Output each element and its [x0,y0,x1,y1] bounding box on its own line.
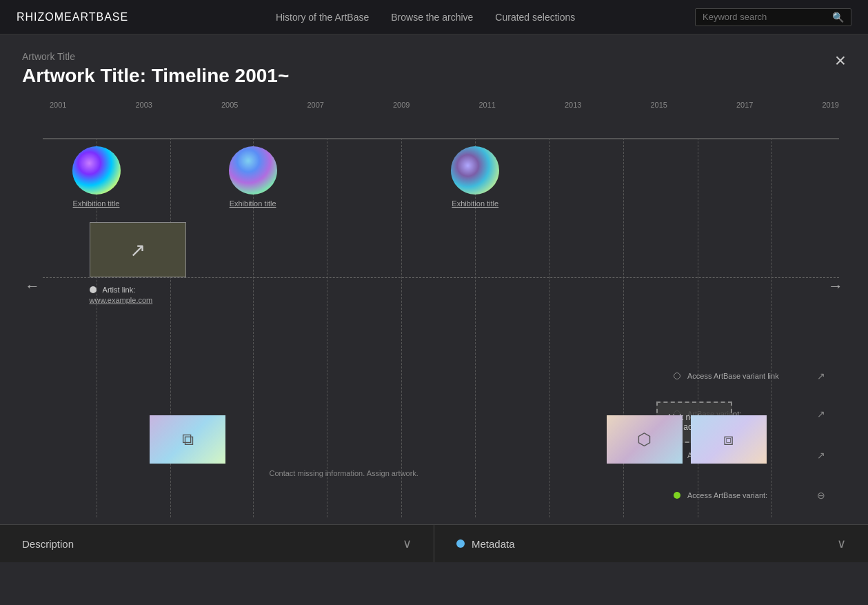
footer-bar: Description ∨ Metadata ∨ [0,524,868,562]
exhibition-label-3[interactable]: Exhibition title [452,199,498,208]
exhibition-label-1[interactable]: Exhibition title [73,199,120,208]
exhibition-bubble-3: Exhibition title [451,146,499,208]
artbase-card-2: ⬡ ● ArtBase variant: webenact.rhizome.or… [609,415,679,450]
nav-curated[interactable]: Curated selections [495,12,575,23]
horizontal-dashed-line [43,277,839,278]
artbase-icon-3: ⧈ [723,430,734,449]
artist-link-container: Artist link: www.example.com [90,286,153,304]
search-bar: 🔍 [695,8,851,26]
next-arrow[interactable]: → [828,277,843,295]
right-item-1: Access ArtBase variant link ↗ [674,370,825,381]
description-label: Description [22,538,74,550]
prev-arrow[interactable]: ← [25,277,40,295]
navigation: RHIZOMEARTBASE History of the ArtBase Br… [0,0,868,34]
main-content: Artwork Title Artwork Title: Timeline 20… [0,34,868,519]
right-item-4: Access ArtBase variant: ⊖ [674,490,825,501]
exhibition-circle-1[interactable] [72,146,121,195]
right-label-4: Access ArtBase variant: [687,491,810,499]
timeline-axis [43,138,839,139]
external-icon-4[interactable]: ⊖ [817,490,825,501]
timeline-line: ← → Exhibition title Exhibition title Ex… [22,112,846,519]
artbase-holo-3: ⧈ [691,415,767,464]
exhibition-circle-2[interactable] [229,146,277,195]
metadata-section[interactable]: Metadata ∨ [434,525,868,562]
logo-main: RHIZOME [17,11,72,23]
metadata-chevron: ∨ [837,536,846,551]
artist-link-label: Artist link: [103,286,136,294]
metadata-label: Metadata [472,538,515,550]
year-line-2013 [549,138,550,519]
bottom-callout: Contact missing information. Assign artw… [270,469,418,477]
artbase-holo-2: ⬡ [607,415,683,464]
artbase-holo-1: ⧉ [150,415,225,464]
exhibition-bubble-2: Exhibition title [229,146,277,208]
external-icon-1[interactable]: ↗ [817,370,825,381]
nav-history[interactable]: History of the ArtBase [276,12,369,23]
timeline-years: 2001 2003 2005 2007 2009 2011 2013 2015 … [22,101,846,109]
artist-link-url[interactable]: www.example.com [90,296,153,304]
year-line-2007 [327,138,327,519]
artbase-icon-2: ⬡ [637,430,652,449]
dot-empty-1 [674,373,680,379]
artbase-card-3: ⧈ ● ArtBase variant: eaas.rhizome.org/ex… [700,415,756,450]
artwork-title: Artwork Title: Timeline 2001~ [22,65,846,87]
year-line-2019 [771,138,772,519]
artist-dot [90,286,97,293]
description-chevron: ∨ [403,536,412,551]
description-section[interactable]: Description ∨ [0,525,434,562]
logo: RHIZOMEARTBASE [17,11,128,23]
exhibition-bubble-1: Exhibition title [72,146,121,208]
exhibition-circle-3[interactable] [451,146,499,195]
nav-links: History of the ArtBase Browse the archiv… [156,12,695,23]
external-icon-2[interactable]: ↗ [817,408,825,419]
exhibition-label-2[interactable]: Exhibition title [230,199,276,208]
search-input[interactable] [703,12,827,22]
external-link-icon: ↗ [130,239,145,261]
year-line-2009 [401,138,402,519]
timeline-container: 2001 2003 2005 2007 2009 2011 2013 2015 … [22,101,846,519]
nav-browse[interactable]: Browse the archive [391,12,473,23]
artbase-card-1: ⧉ ▲ ArtBase variant: archive.rhizome.org… [157,415,219,450]
right-label-1: Access ArtBase variant link [687,372,810,380]
artwork-subtitle: Artwork Title [22,51,846,62]
external-icon-3[interactable]: ↗ [817,450,825,461]
search-icon[interactable]: 🔍 [832,12,844,23]
close-button[interactable]: × [835,51,846,70]
callout-text: Contact missing information. Assign artw… [270,469,418,477]
dot-active-4 [674,492,680,499]
metadata-dot [456,539,465,548]
artbase-icon-1: ⧉ [182,430,194,449]
logo-sub: ARTBASE [72,11,128,23]
link-card[interactable]: ↗ [90,222,186,277]
